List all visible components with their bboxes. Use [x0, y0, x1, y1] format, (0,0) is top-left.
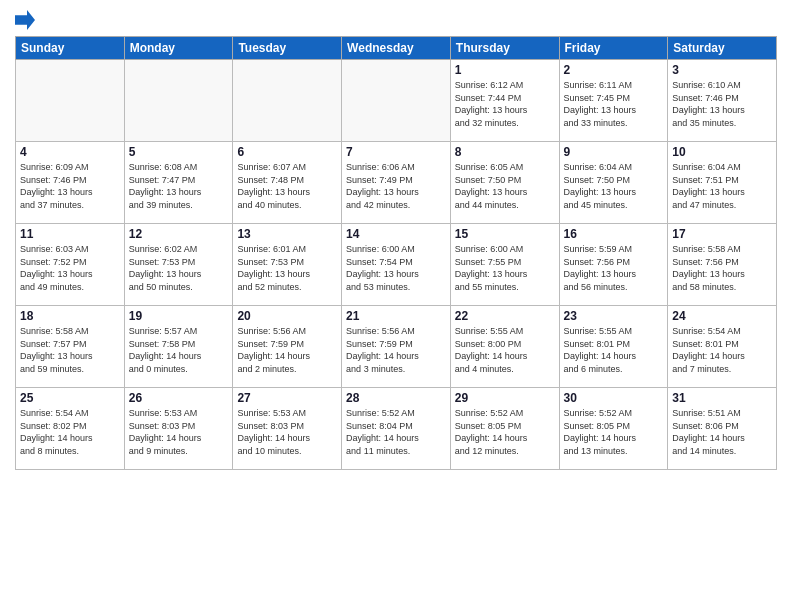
day-number: 12 — [129, 227, 229, 241]
day-info: Sunrise: 5:55 AM Sunset: 8:01 PM Dayligh… — [564, 325, 664, 375]
day-number: 22 — [455, 309, 555, 323]
col-header-monday: Monday — [124, 37, 233, 60]
day-cell: 16Sunrise: 5:59 AM Sunset: 7:56 PM Dayli… — [559, 224, 668, 306]
day-number: 13 — [237, 227, 337, 241]
day-info: Sunrise: 5:53 AM Sunset: 8:03 PM Dayligh… — [237, 407, 337, 457]
week-row-3: 11Sunrise: 6:03 AM Sunset: 7:52 PM Dayli… — [16, 224, 777, 306]
day-info: Sunrise: 6:07 AM Sunset: 7:48 PM Dayligh… — [237, 161, 337, 211]
day-info: Sunrise: 6:06 AM Sunset: 7:49 PM Dayligh… — [346, 161, 446, 211]
day-number: 23 — [564, 309, 664, 323]
day-number: 14 — [346, 227, 446, 241]
col-header-tuesday: Tuesday — [233, 37, 342, 60]
day-number: 19 — [129, 309, 229, 323]
calendar-header-row: SundayMondayTuesdayWednesdayThursdayFrid… — [16, 37, 777, 60]
day-number: 16 — [564, 227, 664, 241]
day-number: 8 — [455, 145, 555, 159]
day-cell: 27Sunrise: 5:53 AM Sunset: 8:03 PM Dayli… — [233, 388, 342, 470]
day-cell — [233, 60, 342, 142]
day-number: 6 — [237, 145, 337, 159]
day-cell: 6Sunrise: 6:07 AM Sunset: 7:48 PM Daylig… — [233, 142, 342, 224]
day-cell — [16, 60, 125, 142]
day-number: 7 — [346, 145, 446, 159]
day-number: 15 — [455, 227, 555, 241]
day-info: Sunrise: 6:11 AM Sunset: 7:45 PM Dayligh… — [564, 79, 664, 129]
day-cell: 4Sunrise: 6:09 AM Sunset: 7:46 PM Daylig… — [16, 142, 125, 224]
week-row-1: 1Sunrise: 6:12 AM Sunset: 7:44 PM Daylig… — [16, 60, 777, 142]
week-row-2: 4Sunrise: 6:09 AM Sunset: 7:46 PM Daylig… — [16, 142, 777, 224]
day-cell — [124, 60, 233, 142]
day-info: Sunrise: 5:52 AM Sunset: 8:05 PM Dayligh… — [455, 407, 555, 457]
day-number: 30 — [564, 391, 664, 405]
day-number: 18 — [20, 309, 120, 323]
day-info: Sunrise: 6:00 AM Sunset: 7:55 PM Dayligh… — [455, 243, 555, 293]
day-info: Sunrise: 5:58 AM Sunset: 7:57 PM Dayligh… — [20, 325, 120, 375]
day-cell: 30Sunrise: 5:52 AM Sunset: 8:05 PM Dayli… — [559, 388, 668, 470]
day-info: Sunrise: 5:56 AM Sunset: 7:59 PM Dayligh… — [346, 325, 446, 375]
day-number: 17 — [672, 227, 772, 241]
logo-icon — [15, 10, 35, 30]
calendar-table: SundayMondayTuesdayWednesdayThursdayFrid… — [15, 36, 777, 470]
day-cell: 13Sunrise: 6:01 AM Sunset: 7:53 PM Dayli… — [233, 224, 342, 306]
day-cell: 24Sunrise: 5:54 AM Sunset: 8:01 PM Dayli… — [668, 306, 777, 388]
week-row-5: 25Sunrise: 5:54 AM Sunset: 8:02 PM Dayli… — [16, 388, 777, 470]
day-info: Sunrise: 5:51 AM Sunset: 8:06 PM Dayligh… — [672, 407, 772, 457]
day-info: Sunrise: 5:54 AM Sunset: 8:02 PM Dayligh… — [20, 407, 120, 457]
day-info: Sunrise: 6:10 AM Sunset: 7:46 PM Dayligh… — [672, 79, 772, 129]
col-header-wednesday: Wednesday — [342, 37, 451, 60]
day-cell: 26Sunrise: 5:53 AM Sunset: 8:03 PM Dayli… — [124, 388, 233, 470]
day-info: Sunrise: 6:02 AM Sunset: 7:53 PM Dayligh… — [129, 243, 229, 293]
header — [15, 10, 777, 30]
day-cell: 5Sunrise: 6:08 AM Sunset: 7:47 PM Daylig… — [124, 142, 233, 224]
day-info: Sunrise: 5:53 AM Sunset: 8:03 PM Dayligh… — [129, 407, 229, 457]
day-cell: 9Sunrise: 6:04 AM Sunset: 7:50 PM Daylig… — [559, 142, 668, 224]
day-cell: 2Sunrise: 6:11 AM Sunset: 7:45 PM Daylig… — [559, 60, 668, 142]
day-info: Sunrise: 5:52 AM Sunset: 8:04 PM Dayligh… — [346, 407, 446, 457]
day-info: Sunrise: 6:12 AM Sunset: 7:44 PM Dayligh… — [455, 79, 555, 129]
day-number: 4 — [20, 145, 120, 159]
day-info: Sunrise: 6:09 AM Sunset: 7:46 PM Dayligh… — [20, 161, 120, 211]
day-number: 29 — [455, 391, 555, 405]
day-number: 28 — [346, 391, 446, 405]
day-number: 5 — [129, 145, 229, 159]
col-header-thursday: Thursday — [450, 37, 559, 60]
page: SundayMondayTuesdayWednesdayThursdayFrid… — [0, 0, 792, 612]
week-row-4: 18Sunrise: 5:58 AM Sunset: 7:57 PM Dayli… — [16, 306, 777, 388]
day-info: Sunrise: 5:54 AM Sunset: 8:01 PM Dayligh… — [672, 325, 772, 375]
day-cell: 29Sunrise: 5:52 AM Sunset: 8:05 PM Dayli… — [450, 388, 559, 470]
day-cell: 11Sunrise: 6:03 AM Sunset: 7:52 PM Dayli… — [16, 224, 125, 306]
col-header-saturday: Saturday — [668, 37, 777, 60]
day-cell: 18Sunrise: 5:58 AM Sunset: 7:57 PM Dayli… — [16, 306, 125, 388]
day-number: 27 — [237, 391, 337, 405]
day-info: Sunrise: 5:56 AM Sunset: 7:59 PM Dayligh… — [237, 325, 337, 375]
day-cell: 1Sunrise: 6:12 AM Sunset: 7:44 PM Daylig… — [450, 60, 559, 142]
day-cell: 20Sunrise: 5:56 AM Sunset: 7:59 PM Dayli… — [233, 306, 342, 388]
day-number: 3 — [672, 63, 772, 77]
day-number: 20 — [237, 309, 337, 323]
day-number: 26 — [129, 391, 229, 405]
day-number: 11 — [20, 227, 120, 241]
col-header-friday: Friday — [559, 37, 668, 60]
day-info: Sunrise: 6:01 AM Sunset: 7:53 PM Dayligh… — [237, 243, 337, 293]
day-number: 31 — [672, 391, 772, 405]
day-cell: 22Sunrise: 5:55 AM Sunset: 8:00 PM Dayli… — [450, 306, 559, 388]
col-header-sunday: Sunday — [16, 37, 125, 60]
day-number: 10 — [672, 145, 772, 159]
day-info: Sunrise: 5:52 AM Sunset: 8:05 PM Dayligh… — [564, 407, 664, 457]
day-number: 2 — [564, 63, 664, 77]
day-cell — [342, 60, 451, 142]
day-info: Sunrise: 5:57 AM Sunset: 7:58 PM Dayligh… — [129, 325, 229, 375]
day-cell: 10Sunrise: 6:04 AM Sunset: 7:51 PM Dayli… — [668, 142, 777, 224]
day-cell: 28Sunrise: 5:52 AM Sunset: 8:04 PM Dayli… — [342, 388, 451, 470]
day-number: 9 — [564, 145, 664, 159]
day-info: Sunrise: 6:04 AM Sunset: 7:50 PM Dayligh… — [564, 161, 664, 211]
day-info: Sunrise: 6:03 AM Sunset: 7:52 PM Dayligh… — [20, 243, 120, 293]
day-cell: 14Sunrise: 6:00 AM Sunset: 7:54 PM Dayli… — [342, 224, 451, 306]
day-info: Sunrise: 5:59 AM Sunset: 7:56 PM Dayligh… — [564, 243, 664, 293]
day-info: Sunrise: 6:08 AM Sunset: 7:47 PM Dayligh… — [129, 161, 229, 211]
day-cell: 25Sunrise: 5:54 AM Sunset: 8:02 PM Dayli… — [16, 388, 125, 470]
day-cell: 12Sunrise: 6:02 AM Sunset: 7:53 PM Dayli… — [124, 224, 233, 306]
day-cell: 17Sunrise: 5:58 AM Sunset: 7:56 PM Dayli… — [668, 224, 777, 306]
svg-marker-0 — [15, 10, 35, 30]
day-cell: 15Sunrise: 6:00 AM Sunset: 7:55 PM Dayli… — [450, 224, 559, 306]
day-number: 24 — [672, 309, 772, 323]
